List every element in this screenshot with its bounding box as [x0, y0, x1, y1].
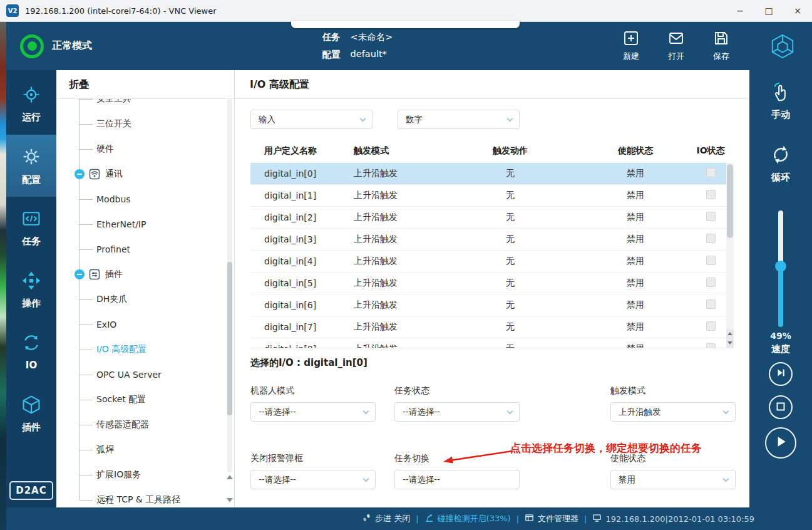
speed-slider-thumb[interactable] — [775, 261, 786, 272]
sidebar-item-task[interactable]: 任务 — [6, 197, 56, 259]
tree-scrollbar-thumb[interactable] — [227, 262, 232, 415]
tree-item-three-position-switch[interactable]: 三位开关 — [56, 112, 234, 137]
table-row-partial[interactable]: digital_in[8] 上升沿触发 无 禁用 — [250, 338, 726, 348]
maximize-button[interactable]: □ — [754, 0, 783, 21]
sidebar-item-operate[interactable]: 操作 — [6, 259, 56, 321]
sidebar-item-run[interactable]: 运行 — [6, 73, 56, 135]
cell-enable: 禁用 — [576, 190, 695, 201]
tree-label: 硬件 — [96, 143, 114, 155]
step-forward-button[interactable] — [769, 362, 793, 386]
trigger-mode-select[interactable]: 上升沿触发 — [610, 402, 736, 422]
step-mode-text: 步进 关闭 — [375, 513, 410, 524]
tree-scrollbar[interactable] — [227, 99, 232, 472]
chevron-down-icon — [723, 476, 729, 482]
vnc-toolbar-notch[interactable] — [291, 21, 520, 28]
table-row[interactable]: digital_in[4] 上升沿触发 无 禁用 — [250, 251, 726, 273]
tree-item-profinet[interactable]: Profinet — [56, 237, 234, 262]
io-state-checkbox[interactable] — [706, 299, 716, 309]
table-row[interactable]: digital_in[7] 上升沿触发 无 禁用 — [250, 316, 726, 338]
cell-name: digital_in[7] — [250, 322, 351, 332]
sidebar-label-io: IO — [26, 360, 37, 371]
tree-item-communication[interactable]: 通讯 — [56, 162, 234, 187]
table-scrollbar[interactable] — [726, 163, 734, 348]
tree-item-plugins[interactable]: 插件 — [56, 262, 234, 287]
tree-item-arc-welding[interactable]: 弧焊 — [56, 437, 234, 462]
io-state-checkbox[interactable] — [706, 321, 716, 331]
file-manager-text: 文件管理器 — [538, 513, 578, 524]
table-row[interactable]: digital_in[0] 上升沿触发 无 禁用 — [250, 163, 726, 185]
tree-label: I/O 高级配置 — [96, 344, 146, 355]
tree-item-remote-tcp-tool-path[interactable]: 远程 TCP & 工具路径 — [56, 487, 234, 507]
io-state-checkbox[interactable] — [706, 168, 716, 177]
table-row[interactable]: digital_in[1] 上升沿触发 无 禁用 — [250, 185, 726, 207]
io-state-checkbox[interactable] — [706, 343, 716, 348]
app-header: 正常模式 任务 <未命名> 配置 default* 新建 — [6, 22, 812, 70]
io-state-checkbox[interactable] — [706, 234, 716, 243]
robot-mode-select[interactable]: --请选择-- — [250, 402, 376, 422]
status-separator: | — [516, 514, 519, 524]
loop-mode-button[interactable]: 循环 — [749, 144, 812, 184]
tree-item-hardware[interactable]: 硬件 — [56, 137, 234, 162]
manual-mode-button[interactable]: 手动 — [749, 81, 812, 121]
table-row[interactable]: digital_in[6] 上升沿触发 无 禁用 — [250, 294, 726, 316]
close-alarm-popup-select[interactable]: --请选择-- — [250, 470, 376, 489]
tree-item-safety-tools[interactable]: 安全工具 — [56, 99, 234, 112]
stop-button[interactable] — [769, 395, 793, 419]
save-task-button[interactable]: 保存 — [713, 30, 729, 62]
tree-item-socket-config[interactable]: Socket 配置 — [56, 387, 234, 412]
cell-trigger: 上升沿触发 — [351, 278, 445, 289]
play-button[interactable] — [765, 427, 796, 459]
col-trigger-mode: 触发模式 — [351, 145, 445, 157]
tree-item-ethernet-ip[interactable]: EtherNet/IP — [56, 212, 234, 237]
scroll-up-icon[interactable] — [227, 475, 233, 479]
sidebar-item-io[interactable]: IO — [6, 321, 56, 383]
stop-icon — [776, 402, 785, 413]
io-direction-select[interactable]: 输入 — [250, 110, 373, 129]
io-state-checkbox[interactable] — [706, 190, 716, 199]
tree-item-io-advanced-config[interactable]: I/O 高级配置 — [56, 337, 234, 362]
close-button[interactable]: × — [783, 0, 812, 21]
table-scrollbar-thumb[interactable] — [727, 164, 733, 238]
tree-item-extended-io-service[interactable]: 扩展IO服务 — [56, 462, 234, 487]
speed-slider[interactable] — [778, 210, 783, 327]
tree-label: 弧焊 — [96, 444, 114, 455]
table-scroll-down-button[interactable] — [726, 338, 734, 348]
collision-detection-status[interactable]: 碰撞检测开启(33%) — [424, 513, 511, 524]
sidebar-item-plugin[interactable]: 插件 — [6, 383, 56, 445]
open-task-button[interactable]: 打开 — [668, 30, 684, 62]
collapse-minus-icon[interactable] — [75, 169, 85, 179]
io-state-checkbox[interactable] — [706, 278, 716, 287]
tree-item-modbus[interactable]: Modbus — [56, 187, 234, 212]
cell-name: digital_in[0] — [250, 169, 351, 179]
table-row[interactable]: digital_in[5] 上升沿触发 无 禁用 — [250, 273, 726, 294]
file-manager-button[interactable]: 文件管理器 — [525, 513, 578, 524]
io-type-select[interactable]: 数字 — [398, 110, 520, 129]
minimize-button[interactable]: − — [726, 0, 754, 21]
trigger-mode-label: 触发模式 — [610, 385, 736, 397]
table-scroll-up-button[interactable] — [726, 329, 734, 338]
tree-item-sensor-adapter[interactable]: 传感器适配器 — [56, 412, 234, 437]
io-state-checkbox[interactable] — [706, 212, 716, 221]
scroll-down-icon[interactable] — [227, 498, 233, 502]
cell-enable: 禁用 — [576, 321, 695, 333]
monitor-icon — [592, 513, 602, 524]
right-sidebar: 手动 循环 49% 速度 — [749, 70, 812, 507]
tree-item-dh-gripper[interactable]: DH夹爪 — [56, 287, 234, 312]
close-alarm-popup-value: --请选择-- — [259, 474, 296, 486]
cell-enable: 禁用 — [576, 299, 695, 311]
robot-arm-icon — [424, 513, 434, 524]
tree-item-opc-ua-server[interactable]: OPC UA Server — [56, 362, 234, 387]
tree-collapse-title[interactable]: 折叠 — [56, 70, 234, 99]
enable-state-select[interactable]: 禁用 — [610, 470, 736, 489]
cell-enable: 禁用 — [576, 234, 695, 245]
task-state-select[interactable]: --请选择-- — [394, 402, 520, 422]
new-task-button[interactable]: 新建 — [623, 30, 639, 62]
sidebar-item-config[interactable]: 配置 — [6, 135, 56, 197]
collapse-minus-icon[interactable] — [75, 269, 85, 279]
table-row[interactable]: digital_in[3] 上升沿触发 无 禁用 — [250, 229, 726, 251]
tree-item-exio[interactable]: ExIO — [56, 312, 234, 337]
table-row[interactable]: digital_in[2] 上升沿触发 无 禁用 — [250, 207, 726, 229]
step-mode-status[interactable]: 步进 关闭 — [362, 513, 410, 524]
io-state-checkbox[interactable] — [706, 256, 716, 265]
task-switch-select[interactable]: --请选择-- — [394, 470, 520, 489]
